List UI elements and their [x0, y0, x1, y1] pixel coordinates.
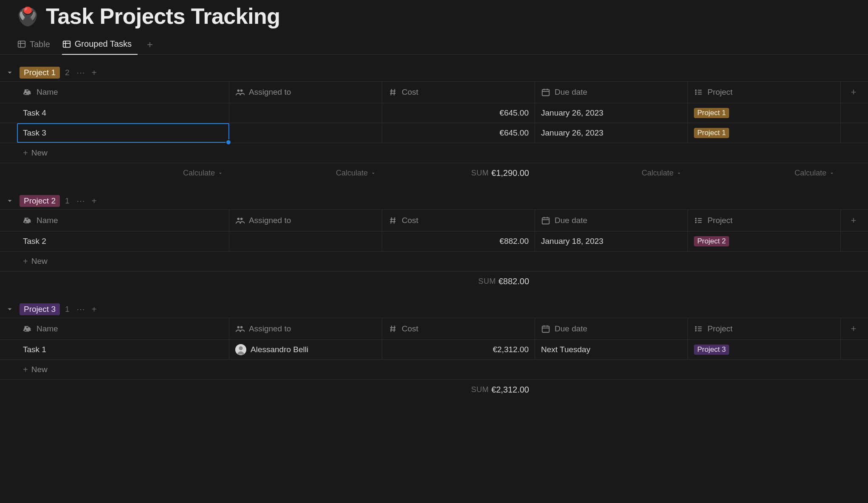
- table-row[interactable]: Task 4€645.00January 26, 2023Project 1: [0, 103, 868, 123]
- column-header-project[interactable]: Project: [688, 318, 841, 339]
- cell-due[interactable]: January 26, 2023: [535, 103, 688, 123]
- new-row-button[interactable]: +New: [0, 360, 868, 380]
- group-tag[interactable]: Project 1: [20, 67, 60, 79]
- page-icon[interactable]: 🖲️: [17, 6, 38, 27]
- group-toggle[interactable]: [5, 197, 14, 205]
- calc-assigned[interactable]: [229, 380, 382, 400]
- cell-due[interactable]: January 26, 2023: [535, 123, 688, 143]
- cell-name[interactable]: Task 2: [17, 232, 229, 251]
- cell-cost[interactable]: €882.00: [382, 232, 535, 251]
- svg-point-18: [696, 92, 696, 93]
- group-header: Project 21⋯+: [0, 192, 868, 209]
- cell-due[interactable]: Next Tuesday: [535, 340, 688, 359]
- group-tag[interactable]: Project 3: [20, 303, 60, 315]
- cell-cost[interactable]: €2,312.00: [382, 340, 535, 359]
- group-count: 1: [65, 305, 70, 314]
- svg-line-29: [394, 218, 395, 224]
- text-icon: Aa: [23, 88, 32, 97]
- add-column-button[interactable]: +: [841, 318, 866, 339]
- table-row[interactable]: Task 1Alessandro Belli€2,312.00Next Tues…: [0, 340, 868, 360]
- calc-assigned[interactable]: [229, 272, 382, 291]
- table-row[interactable]: Task 3€645.00January 26, 2023Project 1: [0, 123, 868, 143]
- cell-project[interactable]: Project 1: [688, 123, 841, 143]
- cell-assigned[interactable]: Alessandro Belli: [229, 340, 382, 359]
- column-header-project[interactable]: Project: [688, 210, 841, 231]
- cell-name[interactable]: Task 1: [17, 340, 229, 359]
- group-toggle[interactable]: [5, 69, 14, 76]
- group-add-button[interactable]: +: [88, 195, 100, 207]
- calc-name[interactable]: [17, 272, 229, 291]
- cell-assigned[interactable]: [229, 123, 382, 143]
- sum-value: €2,312.00: [491, 385, 529, 395]
- column-header-cost[interactable]: Cost: [382, 82, 535, 103]
- column-header-name[interactable]: AaName: [17, 210, 229, 231]
- column-header-name[interactable]: AaName: [17, 318, 229, 339]
- calc-due[interactable]: [535, 380, 688, 400]
- column-header-cost[interactable]: Cost: [382, 318, 535, 339]
- svg-rect-3: [63, 41, 70, 47]
- svg-text:Aa: Aa: [24, 89, 31, 95]
- column-header-cost[interactable]: Cost: [382, 210, 535, 231]
- column-header-assigned[interactable]: Assigned to: [229, 210, 382, 231]
- group-more-button[interactable]: ⋯: [75, 67, 87, 79]
- new-row-button[interactable]: +New: [0, 143, 868, 163]
- column-header-due[interactable]: Due date: [535, 210, 688, 231]
- add-column-button[interactable]: +: [841, 82, 866, 103]
- tab-table[interactable]: Table: [17, 35, 56, 54]
- column-label: Due date: [555, 216, 587, 225]
- cell-name[interactable]: Task 4: [17, 103, 229, 123]
- add-view-button[interactable]: +: [144, 37, 156, 52]
- sum-value: €882.00: [499, 277, 529, 286]
- group-add-button[interactable]: +: [88, 67, 100, 79]
- column-header-due[interactable]: Due date: [535, 318, 688, 339]
- text-icon: Aa: [23, 324, 32, 333]
- calc-project[interactable]: [688, 380, 841, 400]
- table-row[interactable]: Task 2€882.00January 18, 2023Project 2: [0, 232, 868, 252]
- calc-cost[interactable]: SUM€882.00: [382, 271, 535, 291]
- calc-assigned[interactable]: Calculate: [229, 164, 382, 183]
- cell-project[interactable]: Project 1: [688, 103, 841, 123]
- calc-project[interactable]: Calculate: [688, 164, 841, 183]
- cell-project[interactable]: Project 2: [688, 232, 841, 251]
- column-label: Cost: [402, 88, 418, 97]
- chevron-down-icon: [217, 170, 223, 176]
- column-header-assigned[interactable]: Assigned to: [229, 82, 382, 103]
- group-more-button[interactable]: ⋯: [75, 303, 87, 315]
- calc-due[interactable]: [535, 272, 688, 291]
- new-row-button[interactable]: +New: [0, 252, 868, 271]
- cell-due[interactable]: January 18, 2023: [535, 232, 688, 251]
- cell-assigned[interactable]: [229, 103, 382, 123]
- cell-name[interactable]: Task 3: [17, 123, 229, 143]
- column-header-name[interactable]: AaName: [17, 82, 229, 103]
- page-title[interactable]: Task Projects Tracking: [46, 3, 280, 29]
- group-toggle[interactable]: [5, 305, 14, 313]
- group-tag[interactable]: Project 2: [20, 195, 60, 207]
- svg-line-45: [391, 326, 392, 332]
- calc-cost[interactable]: SUM€1,290.00: [382, 163, 535, 183]
- svg-line-12: [394, 89, 395, 96]
- calendar-icon: [541, 88, 550, 97]
- svg-point-53: [696, 331, 696, 331]
- calc-name[interactable]: [17, 380, 229, 400]
- view-tabs: Table Grouped Tasks +: [0, 29, 868, 55]
- calc-cost[interactable]: SUM€2,312.00: [382, 380, 535, 400]
- assignee-name: Alessandro Belli: [251, 345, 308, 354]
- tab-grouped-tasks[interactable]: Grouped Tasks: [62, 35, 138, 55]
- cell-cost[interactable]: €645.00: [382, 123, 535, 143]
- calculate-label: Calculate: [795, 169, 826, 178]
- calc-project[interactable]: [688, 272, 841, 291]
- column-header-due[interactable]: Due date: [535, 82, 688, 103]
- column-header-assigned[interactable]: Assigned to: [229, 318, 382, 339]
- column-header-project[interactable]: Project: [688, 82, 841, 103]
- calc-due[interactable]: Calculate: [535, 164, 688, 183]
- calc-name[interactable]: Calculate: [17, 164, 229, 183]
- add-column-button[interactable]: +: [841, 210, 866, 231]
- cell-cost[interactable]: €645.00: [382, 103, 535, 123]
- svg-point-42: [240, 326, 243, 329]
- cell-project[interactable]: Project 3: [688, 340, 841, 359]
- cell-assigned[interactable]: [229, 232, 382, 251]
- new-label: New: [31, 257, 48, 266]
- group-more-button[interactable]: ⋯: [75, 195, 87, 207]
- group-add-button[interactable]: +: [88, 303, 100, 315]
- plus-icon: +: [23, 257, 28, 266]
